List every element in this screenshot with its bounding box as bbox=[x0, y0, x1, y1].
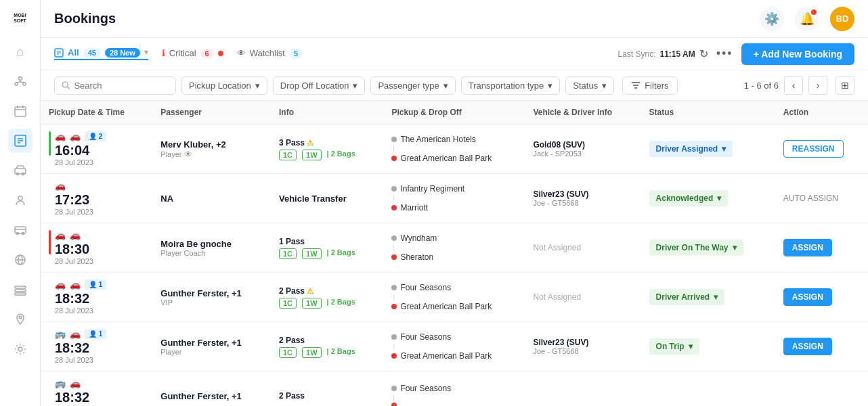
loc-pickup: Four Seasons bbox=[391, 384, 517, 393]
time-value: 18:32 bbox=[55, 291, 106, 307]
sidebar-item-people[interactable] bbox=[8, 188, 32, 212]
cell-action: ASSIGN bbox=[775, 322, 868, 371]
status-dropdown[interactable]: On Trip ▾ bbox=[649, 338, 699, 355]
svg-point-28 bbox=[19, 316, 22, 319]
sidebar-item-transport[interactable] bbox=[8, 218, 32, 242]
bags-row: 1C1W| 2 Bags bbox=[279, 298, 375, 309]
status-dropdown[interactable]: Driver Assigned ▾ bbox=[649, 141, 733, 157]
time-wrapper: 🚗🚗 👤 2 16:04 28 Jul 2023 bbox=[49, 131, 144, 166]
driver-name: Joe - GT5668 bbox=[533, 199, 632, 207]
dropoff-dot bbox=[391, 353, 397, 359]
tab-all-label: All bbox=[68, 47, 79, 58]
bus-icon: 🚌 bbox=[55, 378, 66, 388]
location-cell: Infantry Regiment Marriott bbox=[391, 184, 517, 212]
sidebar-item-organization[interactable] bbox=[8, 69, 32, 93]
sidebar-item-layout[interactable] bbox=[8, 277, 32, 302]
status-dropdown[interactable]: Driver On The Way ▾ bbox=[649, 240, 743, 256]
status-bar-none bbox=[49, 181, 51, 205]
car-icon: 🚗 bbox=[55, 181, 66, 191]
notifications-button[interactable]: 🔔 bbox=[795, 7, 819, 31]
reassign-button[interactable]: REASSIGN bbox=[783, 140, 844, 158]
icon-row: 🚗🚗 👤 2 bbox=[55, 131, 106, 141]
transportation-type-filter[interactable]: Transportation type ▾ bbox=[461, 76, 561, 95]
bag-count: | 2 Bags bbox=[327, 298, 355, 309]
passenger-name: NA bbox=[160, 194, 263, 204]
tabs-right: Last Sync: 11:15 AM ↻ ••• + Add New Book… bbox=[617, 43, 854, 65]
eye-icon: 👁 bbox=[237, 48, 246, 58]
status-dropdown[interactable]: Acknowledged ▾ bbox=[649, 190, 729, 206]
tab-new-count: 28 New bbox=[105, 48, 140, 58]
bags-row: 1C1W| 2 Bags bbox=[279, 347, 375, 358]
svg-rect-27 bbox=[15, 293, 26, 295]
sidebar-item-location[interactable] bbox=[8, 307, 32, 332]
next-page-button[interactable]: › bbox=[808, 76, 827, 95]
sidebar-item-globe[interactable] bbox=[8, 248, 32, 272]
sidebar-item-bookings[interactable] bbox=[8, 129, 32, 153]
cell-pickup-datetime: 🚌🚗 👤 1 18:32 28 Jul 2023 bbox=[41, 322, 152, 371]
table-row: 🚗🚗 👤 2 16:04 28 Jul 2023 Merv Kluber, +2… bbox=[41, 125, 868, 174]
sidebar-item-vehicles[interactable] bbox=[8, 158, 32, 183]
chevron-icon: ▾ bbox=[255, 81, 260, 91]
tab-watchlist[interactable]: 👁 Watchlist 5 bbox=[237, 48, 303, 60]
chevron-icon: ▾ bbox=[717, 194, 721, 203]
more-options-button[interactable]: ••• bbox=[716, 47, 733, 61]
pickup-location-text: Infantry Regiment bbox=[400, 184, 464, 194]
bag-tag: 1W bbox=[302, 298, 322, 309]
location-cell: Four Seasons Great American Ball Park bbox=[391, 283, 517, 311]
search-input[interactable] bbox=[74, 81, 169, 91]
icon-row: 🚗🚗 👤 1 bbox=[55, 279, 106, 290]
cell-info: Vehicle Transfer bbox=[271, 174, 383, 223]
previous-page-button[interactable]: ‹ bbox=[784, 76, 803, 95]
svg-point-34 bbox=[62, 82, 68, 87]
sidebar-item-calendar[interactable] bbox=[8, 99, 32, 123]
cell-pickup-dropoff: Four Seasons bbox=[383, 371, 525, 407]
status-dropdown[interactable]: Driver Arrived ▾ bbox=[649, 289, 725, 305]
cell-pickup-datetime: 🚗🚗 18:30 28 Jul 2023 bbox=[41, 223, 152, 273]
info-icon: ℹ bbox=[162, 48, 165, 58]
pickup-location-filter[interactable]: Pickup Location ▾ bbox=[181, 76, 267, 95]
pickup-dot bbox=[391, 285, 397, 290]
chevron-icon: ▾ bbox=[722, 144, 726, 154]
assign-button[interactable]: ASSIGN bbox=[783, 288, 832, 306]
bag-tag: 1C bbox=[279, 150, 297, 160]
cell-passenger: Moira Be gnoche Player Coach bbox=[152, 223, 271, 273]
loc-connector bbox=[393, 294, 394, 300]
time-wrapper: 🚗🚗 👤 1 18:32 28 Jul 2023 bbox=[49, 279, 144, 315]
dropoff-location-text: Marriott bbox=[400, 203, 428, 212]
tab-critical[interactable]: ℹ Critical 6 bbox=[162, 48, 223, 60]
assign-button[interactable]: ASSIGN bbox=[783, 239, 832, 256]
cell-vehicle-driver: Gold08 (SUV) Jack - SP2053 bbox=[525, 125, 641, 174]
pass-count: 2 Pass bbox=[279, 336, 375, 345]
refresh-button[interactable]: ↻ bbox=[699, 47, 708, 60]
sync-time: 11:15 AM bbox=[660, 49, 695, 59]
filters-button[interactable]: Filters bbox=[622, 76, 677, 95]
assign-button[interactable]: ASSIGN bbox=[783, 338, 832, 355]
cell-pickup-dropoff: Infantry Regiment Marriott bbox=[383, 174, 525, 223]
pickup-location-text: Four Seasons bbox=[400, 283, 451, 292]
tab-watchlist-count: 5 bbox=[289, 49, 303, 58]
time-date: 28 Jul 2023 bbox=[55, 257, 93, 265]
loc-drop: Great American Ball Park bbox=[391, 351, 517, 361]
status-filter[interactable]: Status ▾ bbox=[565, 76, 614, 95]
bag-tag: 1C bbox=[279, 298, 297, 309]
search-box[interactable] bbox=[54, 76, 176, 95]
status-bar-none bbox=[49, 378, 51, 403]
pagination-info: 1 - 6 of 6 ‹ › ⊞ bbox=[744, 76, 854, 95]
grid-toggle-button[interactable]: ⊞ bbox=[836, 76, 854, 95]
sidebar-item-home[interactable]: ⌂ bbox=[8, 39, 32, 64]
passenger-type-filter[interactable]: Passenger type ▾ bbox=[370, 76, 455, 95]
user-avatar[interactable]: BD bbox=[830, 7, 854, 31]
driver-name: Joe - GT5668 bbox=[533, 347, 632, 355]
icon-row: 🚗🚗 bbox=[55, 230, 93, 240]
sidebar-item-settings[interactable] bbox=[8, 337, 32, 361]
settings-button[interactable]: ⚙️ bbox=[760, 7, 784, 31]
add-booking-button[interactable]: + Add New Booking bbox=[741, 43, 854, 65]
bag-tag: 1W bbox=[302, 248, 322, 259]
col-action: Action bbox=[775, 101, 868, 125]
location-cell: Wyndham Sheraton bbox=[391, 233, 517, 262]
time-date: 28 Jul 2023 bbox=[55, 356, 106, 364]
icon-row: 🚌🚗 bbox=[55, 378, 93, 388]
tab-all[interactable]: All 45 28 New ▾ bbox=[54, 47, 148, 60]
dropoff-location-filter[interactable]: Drop Off Location ▾ bbox=[273, 76, 366, 95]
location-cell: The American Hotels Great American Ball … bbox=[391, 135, 517, 163]
